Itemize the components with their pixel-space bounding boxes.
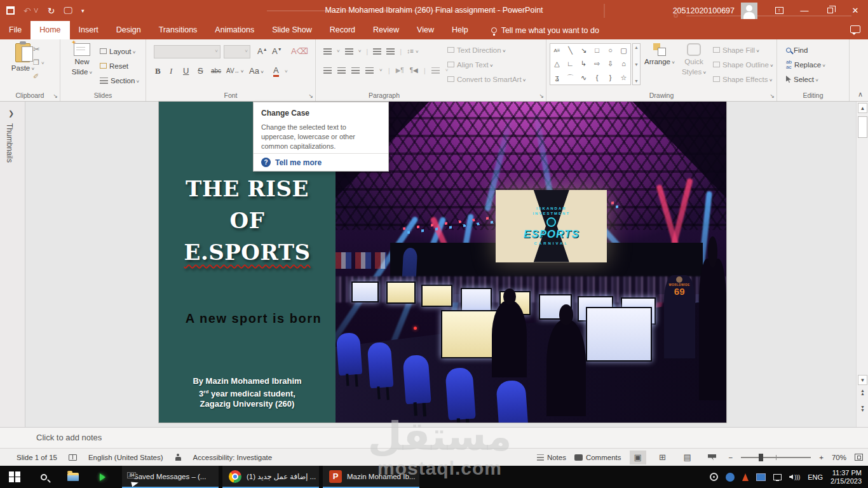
select-button[interactable]: Select	[786, 72, 818, 86]
ltr-direction-icon[interactable]: ¶◀	[410, 67, 418, 74]
arrange-button[interactable]: Arrange	[643, 43, 676, 67]
shape-arc-icon[interactable]: ⌒	[564, 71, 577, 85]
taskbar-chrome-window[interactable]: (1) إضافة عمل جديد ...	[222, 466, 319, 488]
character-spacing-button[interactable]: AV↔ ˅	[226, 67, 244, 74]
quick-styles-button[interactable]: Quick Styles	[677, 43, 710, 77]
shape-callout-icon[interactable]: ⌂	[617, 57, 630, 71]
start-button[interactable]	[0, 466, 29, 488]
tab-help[interactable]: Help	[443, 21, 477, 39]
tab-view[interactable]: View	[408, 21, 443, 39]
bullets-icon[interactable]	[323, 48, 332, 55]
shape-effects-button[interactable]: Shape Effects	[713, 72, 772, 86]
slide-author-block[interactable]: By Mazin Mohamed Ibrahim 3rd year medica…	[159, 376, 336, 410]
align-left-icon[interactable]	[323, 67, 332, 74]
language-switcher[interactable]: ENG	[808, 473, 823, 481]
drawing-dialog-launcher[interactable]: ↘	[770, 93, 775, 99]
bold-button[interactable]: B	[155, 66, 161, 76]
taskbar-telegram-window[interactable]: .84 Saved Messages – (...	[122, 466, 219, 488]
tray-app-icon[interactable]	[726, 473, 735, 482]
thumbnails-panel-collapsed[interactable]: ❯ Thumbnails	[0, 102, 25, 427]
tray-vlc-icon[interactable]	[742, 473, 749, 481]
shape-line-icon[interactable]: ╲	[564, 44, 577, 57]
user-avatar[interactable]	[741, 3, 757, 19]
shapes-scrollbar[interactable]: ▲▼▼	[632, 43, 641, 85]
tray-record-icon[interactable]	[710, 473, 718, 481]
tab-design[interactable]: Design	[107, 21, 150, 39]
taskbar-search-button[interactable]	[29, 466, 58, 488]
reading-view-button[interactable]: ▤	[679, 451, 696, 464]
shape-textbox-icon[interactable]: A≡	[550, 44, 564, 57]
shrink-font-button[interactable]: A▼	[272, 46, 282, 56]
copy-icon[interactable]: ❐ ˅	[33, 58, 44, 67]
new-slide-button[interactable]: New Slide	[64, 43, 100, 77]
tab-slide-show[interactable]: Slide Show	[263, 21, 321, 39]
increase-indent-icon[interactable]	[386, 48, 395, 55]
tell-me-box[interactable]: Tell me what you want to do	[491, 21, 599, 39]
close-button[interactable]: ✕	[843, 0, 868, 21]
section-button[interactable]: Section	[100, 74, 139, 87]
font-color-button[interactable]: A	[273, 66, 279, 77]
line-spacing-icon[interactable]: ↕≡ ˅	[407, 48, 418, 55]
scrollbar-thumb[interactable]	[858, 116, 867, 138]
shape-brace-left-icon[interactable]: {	[590, 71, 604, 85]
restore-button[interactable]	[817, 0, 843, 21]
shape-elbow-icon[interactable]: ∟	[564, 57, 577, 71]
shape-down-arrow-icon[interactable]: ⇩	[604, 57, 617, 71]
taskbar-clock[interactable]: 11:37 PM 2/15/2023	[831, 469, 862, 485]
network-icon[interactable]	[773, 474, 782, 480]
shape-scribble-icon[interactable]: ʓ	[550, 71, 564, 85]
expand-thumbnails-icon[interactable]: ❯	[8, 109, 14, 118]
cut-icon[interactable]: ✂	[33, 44, 40, 54]
numbering-icon[interactable]	[345, 48, 353, 55]
underline-button[interactable]: U	[183, 66, 189, 76]
zoom-slider-thumb[interactable]	[759, 454, 763, 461]
zoom-out-button[interactable]: −	[729, 454, 733, 461]
shape-star-icon[interactable]: ☆	[617, 71, 630, 85]
shape-right-arrow-icon[interactable]: ⇨	[590, 57, 604, 71]
convert-smartart-button[interactable]: Convert to SmartArt	[447, 72, 526, 86]
layout-button[interactable]: Layout	[100, 44, 135, 58]
font-dialog-launcher[interactable]: ↘	[308, 93, 313, 99]
shape-elbow-arrow-icon[interactable]: ↳	[577, 57, 590, 71]
font-color-dropdown[interactable]: ˅	[285, 69, 288, 74]
zoom-level[interactable]: 70%	[832, 454, 846, 461]
slide-title[interactable]: THE RISE OF E.SPORTS	[159, 173, 336, 268]
align-text-button[interactable]: Align Text	[447, 58, 493, 71]
justify-icon[interactable]	[365, 67, 374, 74]
media-app-button[interactable]	[88, 466, 117, 488]
align-center-icon[interactable]	[337, 67, 346, 74]
replace-button[interactable]: abacReplace	[786, 58, 825, 71]
shape-arrow-icon[interactable]: ↘	[577, 44, 590, 57]
volume-button[interactable]: )))	[789, 474, 800, 480]
slide-sorter-view-button[interactable]: ⊞	[654, 451, 671, 464]
shape-triangle-icon[interactable]: △	[550, 57, 564, 71]
clipboard-dialog-launcher[interactable]: ↘	[53, 93, 58, 99]
fit-slide-to-window-button[interactable]	[855, 454, 863, 461]
slide-canvas[interactable]: THE RISE OF E.SPORTS A new sport is born…	[159, 102, 726, 423]
feedback-icon[interactable]	[850, 25, 860, 33]
grow-font-button[interactable]: A▲	[257, 46, 268, 56]
vertical-scrollbar[interactable]: ▲ ▼ ▲▲ ▼▼	[856, 102, 868, 427]
tab-home[interactable]: Home	[31, 21, 69, 39]
paragraph-dialog-launcher[interactable]: ↘	[539, 93, 544, 99]
tell-me-more-link[interactable]: Tell me more	[275, 158, 322, 167]
reset-button[interactable]: Reset	[100, 59, 128, 72]
shape-fill-button[interactable]: Shape Fill	[713, 43, 759, 57]
tab-file[interactable]: File	[0, 21, 31, 39]
tab-insert[interactable]: Insert	[70, 21, 107, 39]
notes-pane[interactable]: Click to add notes	[0, 427, 868, 448]
shape-brace-right-icon[interactable]: }	[604, 71, 617, 85]
change-case-button[interactable]: Aa ˅	[249, 66, 264, 76]
previous-slide-button[interactable]: ▲▲	[858, 389, 867, 399]
ribbon-display-options-button[interactable]: ↑	[766, 0, 792, 21]
italic-button[interactable]: I	[170, 66, 172, 76]
slide-subtitle[interactable]: A new sport is born	[159, 311, 348, 326]
strikethrough-button[interactable]: S	[198, 66, 203, 76]
slideshow-view-button[interactable]	[704, 451, 721, 464]
find-button[interactable]: Find	[786, 43, 808, 57]
notes-placeholder[interactable]: Click to add notes	[36, 433, 102, 442]
zoom-in-button[interactable]: +	[819, 454, 824, 461]
decrease-indent-icon[interactable]	[373, 48, 381, 55]
font-size-combo[interactable]	[224, 45, 250, 58]
shape-oval-icon[interactable]: ○	[604, 44, 617, 57]
